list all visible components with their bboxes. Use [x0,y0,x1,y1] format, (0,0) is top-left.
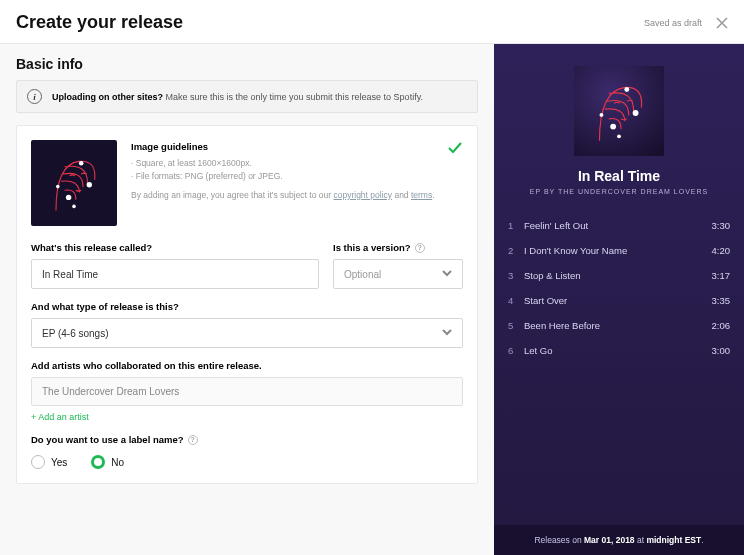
track-name: Stop & Listen [524,270,712,281]
help-icon[interactable]: ? [415,243,425,253]
copyright-link[interactable]: copyright policy [333,190,392,200]
help-icon[interactable]: ? [188,435,198,445]
cover-thumbnail[interactable] [31,140,117,226]
track-row[interactable]: 1Feelin' Left Out3:30 [508,213,730,238]
track-name: Feelin' Left Out [524,220,712,231]
release-type-label: And what type of release is this? [31,301,463,312]
form-column: Basic info i Uploading on other sites? M… [0,44,494,555]
version-label: Is this a version? ? [333,242,463,253]
track-name: Start Over [524,295,712,306]
track-row[interactable]: 3Stop & Listen3:17 [508,263,730,288]
track-row[interactable]: 2I Don't Know Your Name4:20 [508,238,730,263]
track-number: 3 [508,270,524,281]
page-title: Create your release [16,12,183,33]
image-guidelines: Image guidelines · Square, at least 1600… [131,140,463,202]
page-header: Create your release Saved as draft [0,0,744,44]
release-name-input[interactable] [31,259,319,289]
preview-cover [574,66,664,156]
svg-point-2 [56,185,60,189]
form-card: Image guidelines · Square, at least 1600… [16,125,478,484]
chevron-down-icon [442,327,452,339]
release-type-select[interactable]: EP (4-6 songs) [31,318,463,348]
info-icon: i [27,89,42,104]
add-artist-link[interactable]: + Add an artist [31,412,463,422]
track-duration: 2:06 [712,320,731,331]
svg-point-7 [600,113,604,117]
info-banner: i Uploading on other sites? Make sure th… [16,80,478,113]
svg-point-9 [617,134,621,138]
track-row[interactable]: 4Start Over3:35 [508,288,730,313]
terms-link[interactable]: terms [411,190,432,200]
checkmark-icon [447,140,463,158]
track-duration: 3:30 [712,220,731,231]
track-number: 6 [508,345,524,356]
track-row[interactable]: 5Been Here Before2:06 [508,313,730,338]
svg-point-5 [610,124,616,130]
svg-point-1 [79,161,84,166]
release-name-label: What's this release called? [31,242,319,253]
draft-status: Saved as draft [644,18,702,28]
svg-point-8 [633,110,639,116]
release-footer: Releases on Mar 01, 2018 at midnight EST… [494,525,744,555]
svg-point-6 [624,87,629,92]
track-number: 1 [508,220,524,231]
artist-chip[interactable]: The Undercover Dream Lovers [31,377,463,406]
track-name: I Don't Know Your Name [524,245,712,256]
track-number: 5 [508,320,524,331]
svg-point-0 [66,195,71,200]
chevron-down-icon [442,268,452,280]
track-duration: 3:17 [712,270,731,281]
close-icon[interactable] [716,17,728,29]
svg-point-3 [87,182,92,187]
label-name-label: Do you want to use a label name? ? [31,434,463,445]
radio-no[interactable]: No [91,455,124,469]
track-number: 4 [508,295,524,306]
track-duration: 3:00 [712,345,731,356]
track-row[interactable]: 6Let Go3:00 [508,338,730,363]
collaborators-label: Add artists who collaborated on this ent… [31,360,463,371]
track-number: 2 [508,245,524,256]
track-duration: 3:35 [712,295,731,306]
svg-point-4 [72,205,76,209]
preview-subtitle: EP by The Undercover Dream Lovers [494,188,744,195]
version-select[interactable]: Optional [333,259,463,289]
radio-yes[interactable]: Yes [31,455,67,469]
preview-title: In Real Time [494,168,744,184]
track-name: Been Here Before [524,320,712,331]
track-list: 1Feelin' Left Out3:302I Don't Know Your … [494,207,744,525]
preview-panel: In Real Time EP by The Undercover Dream … [494,44,744,555]
track-name: Let Go [524,345,712,356]
banner-text: Uploading on other sites? Make sure this… [52,92,423,102]
section-title: Basic info [16,56,478,72]
track-duration: 4:20 [712,245,731,256]
